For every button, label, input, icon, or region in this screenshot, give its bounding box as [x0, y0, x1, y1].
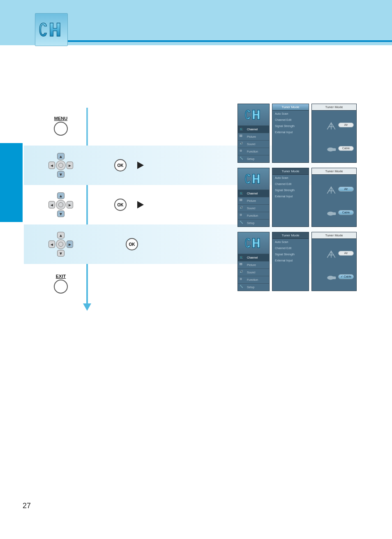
- exit-button-label: EXIT: [56, 274, 66, 279]
- osd-list-item[interactable]: External Input: [272, 257, 309, 264]
- dpad-icon[interactable]: ▲▼ ◄►: [48, 192, 73, 217]
- osd-tab-sound[interactable]: 🔊Sound: [238, 268, 269, 276]
- osd-tab-channel[interactable]: 📺Channel: [238, 190, 269, 197]
- osd-list-item[interactable]: Channel Edit: [272, 245, 309, 251]
- osd-nav: 📺Channel 🖼Picture 🔊Sound ⚙Function 🔧Setu…: [238, 168, 270, 227]
- antenna-icon: [326, 184, 337, 194]
- antenna-icon: [326, 248, 337, 258]
- osd-list: Tuner Mode Auto Scan Channel Edit Signal…: [272, 168, 309, 227]
- proceed-icon: [137, 201, 144, 208]
- option-cable[interactable]: Cable: [338, 274, 354, 279]
- osd-tab-channel[interactable]: 📺Channel: [238, 254, 269, 261]
- osd-list: Tuner Mode Auto Scan Channel Edit Signal…: [272, 104, 309, 163]
- option-air[interactable]: Air: [338, 123, 354, 127]
- antenna-icon: [326, 120, 337, 130]
- osd-list: Tuner Mode Auto Scan Channel Edit Signal…: [272, 232, 309, 291]
- osd-tab-setup[interactable]: 🔧Setup: [238, 283, 269, 291]
- osd-preview-1: 📺Channel 🖼Picture 🔊Sound ⚙Function 🔧Setu…: [238, 104, 357, 163]
- osd-preview-3: 📺Channel 🖼Picture 🔊Sound ⚙Function 🔧Setu…: [238, 232, 357, 291]
- svg-rect-1: [332, 148, 336, 151]
- osd-list-header[interactable]: Tuner Mode: [272, 168, 309, 175]
- osd-previews: 📺Channel 🖼Picture 🔊Sound ⚙Function 🔧Setu…: [238, 104, 357, 291]
- option-air[interactable]: Air: [338, 187, 354, 192]
- dpad-icon[interactable]: ▲▼ ◄►: [48, 153, 73, 178]
- ok-button-icon[interactable]: OK: [114, 159, 127, 171]
- ch-logo-icon: [243, 171, 264, 186]
- osd-tab-setup[interactable]: 🔧Setup: [238, 155, 269, 162]
- exit-button-icon[interactable]: [54, 280, 68, 294]
- osd-tab-picture[interactable]: 🖼Picture: [238, 197, 269, 204]
- cable-connector-icon: [326, 208, 337, 217]
- cable-connector-icon: [326, 143, 337, 153]
- ok-button-icon[interactable]: OK: [126, 238, 138, 250]
- menu-button-icon[interactable]: [54, 122, 68, 136]
- osd-list-item[interactable]: Channel Edit: [272, 117, 309, 123]
- menu-button-label: MENU: [54, 116, 67, 121]
- page-number: 27: [23, 502, 31, 510]
- ch-logo-icon: [38, 19, 65, 41]
- osd-detail: Tuner Mode Air Cable: [311, 232, 357, 291]
- option-cable[interactable]: Cable: [338, 146, 354, 151]
- svg-rect-5: [332, 276, 336, 279]
- osd-list-item[interactable]: External Input: [272, 129, 309, 135]
- osd-list-item[interactable]: Signal Strength: [272, 187, 309, 193]
- option-air[interactable]: Air: [338, 251, 354, 256]
- osd-list-header[interactable]: Tuner Mode: [272, 104, 309, 111]
- osd-list-item[interactable]: Auto Scan: [272, 111, 309, 117]
- osd-list-item[interactable]: Auto Scan: [272, 239, 309, 245]
- section-logo: [35, 13, 68, 46]
- osd-preview-2: 📺Channel 🖼Picture 🔊Sound ⚙Function 🔧Setu…: [238, 168, 357, 227]
- cable-connector-icon: [326, 272, 337, 282]
- osd-tab-function[interactable]: ⚙Function: [238, 212, 269, 219]
- osd-detail: Tuner Mode Air Cable: [311, 168, 357, 227]
- chapter-tab: [0, 143, 23, 222]
- osd-tab-sound[interactable]: 🔊Sound: [238, 204, 269, 212]
- proceed-icon: [137, 162, 144, 169]
- osd-detail-header: Tuner Mode: [312, 104, 356, 111]
- osd-nav: 📺Channel 🖼Picture 🔊Sound ⚙Function 🔧Setu…: [238, 232, 270, 291]
- osd-list-item[interactable]: Signal Strength: [272, 251, 309, 257]
- osd-tab-sound[interactable]: 🔊Sound: [238, 140, 269, 148]
- header-rule: [66, 40, 392, 42]
- osd-detail: Tuner Mode Air Cable: [311, 104, 357, 163]
- osd-tab-picture[interactable]: 🖼Picture: [238, 133, 269, 140]
- osd-nav: 📺Channel 🖼Picture 🔊Sound ⚙Function 🔧Setu…: [238, 104, 270, 163]
- option-cable[interactable]: Cable: [338, 210, 354, 215]
- osd-list-header[interactable]: Tuner Mode: [272, 232, 309, 239]
- osd-list-item[interactable]: External Input: [272, 193, 309, 199]
- osd-list-item[interactable]: Channel Edit: [272, 181, 309, 187]
- osd-tab-function[interactable]: ⚙Function: [238, 148, 269, 155]
- osd-tab-setup[interactable]: 🔧Setup: [238, 219, 269, 227]
- osd-tab-picture[interactable]: 🖼Picture: [238, 261, 269, 268]
- osd-list-item[interactable]: Signal Strength: [272, 123, 309, 129]
- ch-logo-icon: [243, 236, 264, 250]
- ok-button-icon[interactable]: OK: [114, 199, 127, 211]
- osd-detail-header: Tuner Mode: [312, 168, 356, 175]
- svg-rect-3: [332, 212, 336, 215]
- osd-list-item[interactable]: Auto Scan: [272, 175, 309, 181]
- ch-logo-icon: [243, 107, 264, 122]
- osd-tab-function[interactable]: ⚙Function: [238, 276, 269, 283]
- dpad-icon[interactable]: ▲▼ ◄►: [48, 232, 73, 257]
- osd-detail-header: Tuner Mode: [312, 232, 356, 239]
- osd-tab-channel[interactable]: 📺Channel: [238, 125, 269, 133]
